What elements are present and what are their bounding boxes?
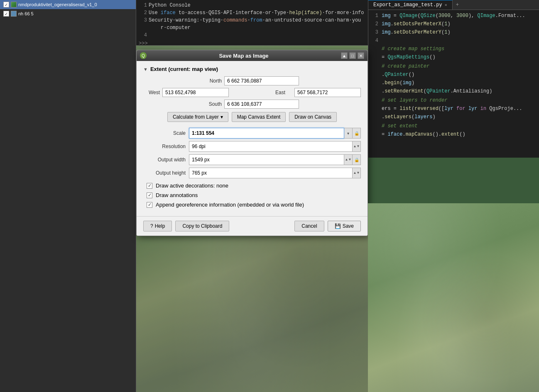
output-height-label: Output height [143,170,189,176]
layer-color-1 [11,2,17,7]
resolution-label: Resolution [143,144,189,149]
code-line-c3: 3 img.setDotsPerMeterY(1) [368,28,539,37]
check-decorations-label: Draw active decorations: none [156,183,228,189]
north-label: North [205,78,222,84]
save-map-dialog: Q Save Map as Image ▲ □ ✕ ▼ Extent (curr… [136,50,368,236]
resolution-spin-button[interactable]: ▲▼ [353,141,361,152]
layer-color-2 [11,11,17,17]
west-row: West [143,88,229,97]
output-height-spin-button[interactable]: ▲▼ [353,168,361,178]
tab-add-icon[interactable]: + [453,0,462,10]
code-line-c1: 1 img = QImage(QSize(3000, 3000), QImage… [368,12,539,20]
layer-checkbox-1[interactable]: ✓ [3,2,9,7]
cancel-label: Cancel [301,223,317,229]
east-row: East [269,88,361,97]
calculate-label: Calculate from Layer [173,114,219,120]
output-width-input[interactable] [189,154,344,165]
tab-label: Export_as_image_test.py [373,2,442,8]
south-input[interactable] [224,100,299,109]
spin-arrows-width-icon: ▲▼ [345,158,352,161]
west-east-row: West East [143,88,361,97]
calculate-from-layer-button[interactable]: Calculate from Layer ▾ [167,112,228,122]
console-text-1: Python Console [149,2,191,9]
console-text-3: Security·warning:·typing·commands·from·a… [149,17,361,32]
python-console[interactable]: 1 Python Console 2 Use iface to·access·Q… [136,0,368,46]
collapse-arrow-icon[interactable]: ▼ [143,67,148,72]
output-width-lock-button[interactable]: 🔒 [353,154,361,165]
help-icon: ? [150,223,153,229]
scale-label: Scale [143,130,189,136]
help-label: Help [155,223,165,229]
tab-close-icon[interactable]: ✕ [445,2,447,7]
output-width-row: Output width ▲▼ 🔒 [143,154,361,165]
layer-checkbox-2[interactable]: ✓ [3,11,9,17]
help-button[interactable]: ? Help [143,221,172,231]
south-label: South [205,101,222,107]
code-line-c2: 2 img.setDotsPerMeterX(1) [368,20,539,28]
extent-header: ▼ Extent (current: map view) [143,66,361,72]
copy-to-clipboard-button[interactable]: Copy to Clipboard [175,221,229,231]
check-row-3: ✓ Append georeference information (embed… [143,202,361,208]
code-line-c5: # create map settings [368,45,539,53]
dialog-close-button[interactable]: ✕ [358,52,364,59]
code-line-c4: 4 [368,37,539,45]
map-canvas-label: Map Canvas Extent [237,114,281,120]
dialog-controls: ▲ □ ✕ [341,52,364,59]
dialog-footer: ? Help Copy to Clipboard Cancel 💾 Save [137,216,368,236]
dialog-maximize-button[interactable]: □ [349,52,356,59]
cancel-button[interactable]: Cancel [294,221,324,231]
check-decorations[interactable]: ✓ [147,183,152,189]
line-num-2: 2 [139,9,147,17]
line-num-3: 3 [139,17,147,32]
draw-on-canvas-button[interactable]: Draw on Canvas [289,112,337,122]
west-input[interactable] [162,88,229,97]
code-line-c17: # set extent [368,122,539,130]
check-row-2: ✓ Draw annotations [143,192,361,198]
dialog-titlebar: Q Save Map as Image ▲ □ ✕ [137,50,368,61]
line-num-1: 1 [139,2,147,9]
spin-arrows-height-icon: ▲▼ [353,171,360,175]
code-line-c13: # set layers to render [368,96,539,105]
resolution-row: Resolution ▲▼ [143,141,361,152]
dialog-body: ▼ Extent (current: map view) North West … [137,61,368,216]
console-line-4: 4 [139,32,365,39]
check-georeference[interactable]: ✓ [147,202,152,208]
dialog-title: Save Map as Image [150,53,338,59]
save-label: Save [343,223,354,229]
dialog-icon: Q [140,52,147,59]
north-input[interactable] [224,76,299,85]
output-width-spin-button[interactable]: ▲▼ [344,154,353,165]
tab-bar: Export_as_image_test.py ✕ + [368,0,539,10]
line-num-4: 4 [139,32,147,39]
output-height-input[interactable] [189,168,353,178]
output-width-label: Output width [143,157,189,163]
layer-item-2[interactable]: ✓ nh 66 5 [0,9,136,18]
code-content: 1 img = QImage(QSize(3000, 3000), QImage… [368,10,539,140]
layer-item-1[interactable]: ✓ nmdproduktivitet_ogeneraliserad_v1_0 [0,0,136,9]
spin-arrows-icon: ▲▼ [353,145,360,148]
tab-export-image[interactable]: Export_as_image_test.py ✕ [368,0,453,10]
scale-dropdown-button[interactable]: ▾ [344,128,353,139]
north-row: North [143,76,361,85]
resolution-input[interactable] [189,141,353,152]
check-row-1: ✓ Draw active decorations: none [143,183,361,189]
save-button[interactable]: 💾 Save [328,221,361,231]
layer-name-1: nmdproduktivitet_ogeneraliserad_v1_0 [18,2,97,7]
dialog-up-button[interactable]: ▲ [341,52,348,59]
west-label: West [143,90,160,95]
console-line-2: 2 Use iface to·access·QGIS·API·interface… [139,9,365,17]
prompt-symbol: >>> [139,40,148,46]
save-icon: 💾 [335,223,341,229]
map-right-lower [368,203,539,392]
scale-lock-button[interactable]: 🔒 [353,128,361,139]
map-canvas-extent-button[interactable]: Map Canvas Extent [232,112,286,122]
check-annotations[interactable]: ✓ [147,192,152,198]
code-line-c14: ers = list(reversed([lyr for lyr in QgsP… [368,105,539,113]
console-prompt[interactable]: >>> [139,39,365,46]
console-line-1: 1 Python Console [139,2,365,9]
extent-buttons: Calculate from Layer ▾ Map Canvas Extent… [143,112,361,122]
east-input[interactable] [294,88,361,97]
code-line-c18: = iface.mapCanvas().extent() [368,130,539,139]
scale-input[interactable] [189,128,344,139]
code-line-c9: .QPainter() [368,71,539,79]
